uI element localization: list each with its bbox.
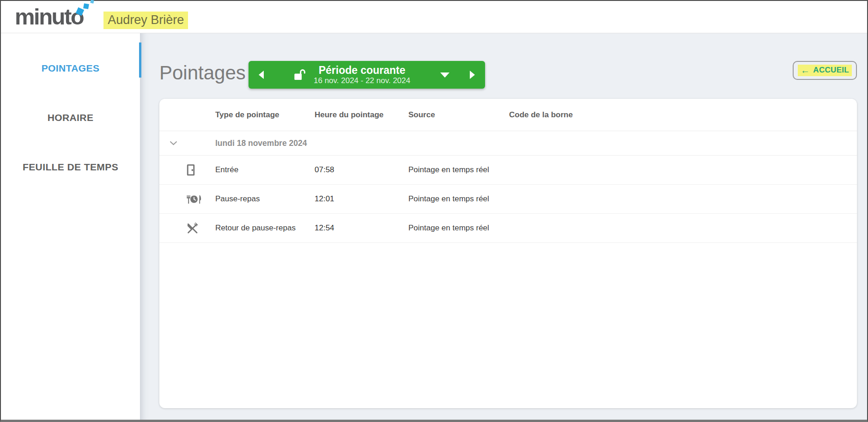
pointage-source: Pointage en temps réel xyxy=(408,194,509,204)
logo-text: minuto xyxy=(15,4,83,29)
minuto-logo: minuto xyxy=(15,6,95,28)
back-arrow-icon: ← xyxy=(801,66,810,75)
column-header-heure: Heure du pointage xyxy=(315,110,408,120)
date-group-row: lundi 18 novembre 2024 xyxy=(159,131,857,156)
pointage-type: Entrée xyxy=(215,165,315,175)
sidebar-item-label: HORAIRE xyxy=(48,112,94,123)
door-entry-icon xyxy=(159,164,215,176)
pointage-type: Pause-repas xyxy=(215,194,315,204)
meal-return-icon xyxy=(159,222,215,235)
sidebar-item-label: POINTAGES xyxy=(42,63,100,74)
pointage-type: Retour de pause-repas xyxy=(215,223,315,233)
sidebar-item-pointages[interactable]: POINTAGES xyxy=(1,43,140,93)
pointage-source: Pointage en temps réel xyxy=(408,223,509,233)
sidebar-item-horaire[interactable]: HORAIRE xyxy=(1,93,140,142)
current-user-name: Audrey Brière xyxy=(103,12,188,29)
pointage-source: Pointage en temps réel xyxy=(408,165,509,175)
main-content: Pointages Période courante 16 nov. 2024 … xyxy=(140,33,867,420)
pointages-table: Type de pointage Heure du pointage Sourc… xyxy=(159,99,857,408)
logo-accent-icon xyxy=(83,3,89,9)
period-dropdown-icon[interactable] xyxy=(440,72,449,78)
sidebar-item-label: FEUILLE DE TEMPS xyxy=(23,162,118,173)
page-title: Pointages xyxy=(159,62,246,84)
next-period-icon[interactable] xyxy=(470,71,475,79)
meal-break-icon xyxy=(159,193,215,205)
column-header-borne: Code de la borne xyxy=(509,110,857,120)
table-row: Pause-repas 12:01 Pointage en temps réel xyxy=(159,185,857,214)
table-header-row: Type de pointage Heure du pointage Sourc… xyxy=(159,99,857,131)
active-item-indicator xyxy=(139,42,141,78)
period-selector[interactable]: Période courante 16 nov. 2024 - 22 nov. … xyxy=(249,61,485,89)
sidebar: POINTAGES HORAIRE FEUILLE DE TEMPS xyxy=(1,33,140,420)
chevron-down-icon xyxy=(170,141,177,145)
accueil-button-inner: ← ACCUEIL xyxy=(798,65,852,76)
accueil-label: ACCUEIL xyxy=(813,66,849,75)
accueil-button[interactable]: ← ACCUEIL xyxy=(793,61,857,80)
collapse-group-control[interactable] xyxy=(159,141,215,145)
pointage-time: 12:54 xyxy=(315,223,408,233)
column-header-source: Source xyxy=(408,110,509,120)
pointage-time: 07:58 xyxy=(315,165,408,175)
column-header-type: Type de pointage xyxy=(215,110,315,120)
sidebar-item-feuille-de-temps[interactable]: FEUILLE DE TEMPS xyxy=(1,142,140,192)
group-date-label: lundi 18 novembre 2024 xyxy=(215,139,857,148)
period-label: Période courante 16 nov. 2024 - 22 nov. … xyxy=(314,64,410,86)
logo-accent-icon xyxy=(91,0,94,4)
period-title: Période courante xyxy=(314,64,410,76)
app-header: minuto Audrey Brière xyxy=(1,1,867,33)
previous-period-icon[interactable] xyxy=(259,71,264,79)
lock-open-icon xyxy=(293,69,306,81)
period-date-range: 16 nov. 2024 - 22 nov. 2024 xyxy=(314,76,410,85)
app-window: minuto Audrey Brière POINTAGES HORAIRE F… xyxy=(0,0,868,422)
table-row: Retour de pause-repas 12:54 Pointage en … xyxy=(159,214,857,243)
pointage-time: 12:01 xyxy=(315,194,408,204)
table-row: Entrée 07:58 Pointage en temps réel xyxy=(159,156,857,185)
